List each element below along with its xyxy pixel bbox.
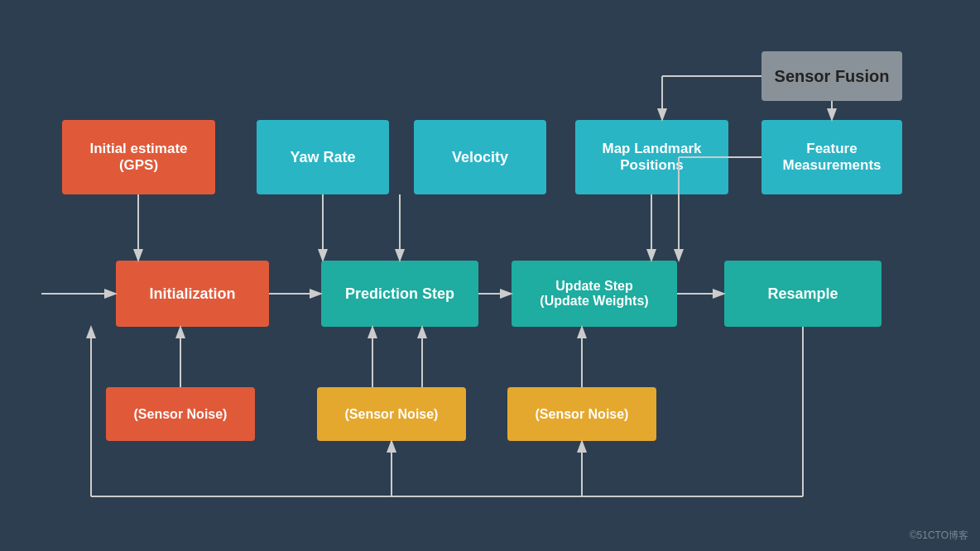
initialization-box: Initialization [116,261,269,327]
resample-box: Resample [724,261,882,327]
prediction-step-box: Prediction Step [321,261,478,327]
sensor-fusion-box: Sensor Fusion [761,51,902,101]
sensor-noise-3-box: (Sensor Noise) [507,387,656,441]
update-step-box: Update Step (Update Weights) [512,261,677,327]
diagram: Sensor Fusion Initial estimate (GPS) Yaw… [0,0,980,551]
map-landmark-box: Map Landmark Positions [575,120,728,194]
watermark: ©51CTO博客 [910,529,968,543]
sensor-noise-2-box: (Sensor Noise) [317,387,466,441]
yaw-rate-box: Yaw Rate [257,120,389,194]
feature-measurements-box: Feature Measurements [761,120,902,194]
velocity-box: Velocity [414,120,546,194]
sensor-noise-1-box: (Sensor Noise) [106,387,255,441]
initial-estimate-box: Initial estimate (GPS) [62,120,215,194]
